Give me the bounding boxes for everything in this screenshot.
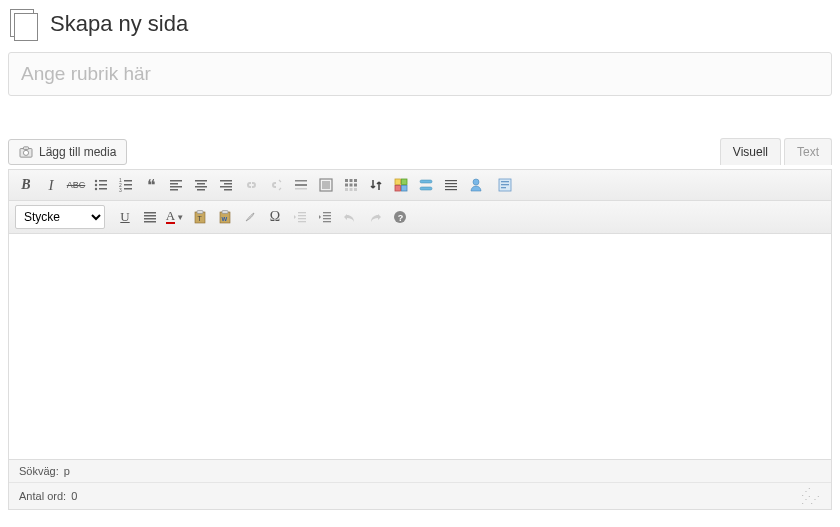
svg-point-3: [95, 180, 97, 182]
svg-point-1: [23, 150, 28, 155]
svg-text:?: ?: [398, 213, 404, 223]
svg-rect-47: [445, 180, 457, 181]
add-media-button[interactable]: Lägg till media: [8, 139, 127, 165]
align-left-button[interactable]: [165, 174, 187, 196]
svg-rect-17: [170, 186, 182, 188]
sort-button[interactable]: [365, 174, 387, 196]
svg-point-4: [95, 184, 97, 186]
paste-text-button[interactable]: T: [189, 206, 211, 228]
paste-word-button[interactable]: W: [214, 206, 236, 228]
ordered-list-button[interactable]: 123: [115, 174, 137, 196]
resize-grip[interactable]: ⋰⋰⋰: [801, 488, 821, 504]
svg-rect-43: [395, 186, 401, 192]
svg-rect-21: [195, 186, 207, 188]
svg-rect-18: [170, 189, 178, 191]
align-right-button[interactable]: [215, 174, 237, 196]
underline-button[interactable]: U: [114, 206, 136, 228]
align-center-button[interactable]: [190, 174, 212, 196]
redo-button[interactable]: [364, 206, 386, 228]
svg-rect-40: [354, 188, 357, 191]
bold-button[interactable]: B: [15, 174, 37, 196]
tab-visual[interactable]: Visuell: [720, 138, 781, 165]
svg-rect-73: [323, 221, 331, 222]
svg-rect-64: [222, 211, 228, 214]
svg-rect-32: [345, 179, 348, 182]
toolbar-row-2: Stycke U A▼ T W Ω ?: [9, 201, 831, 234]
form-button[interactable]: [494, 174, 516, 196]
distraction-free-button[interactable]: [315, 174, 337, 196]
svg-rect-35: [345, 184, 348, 187]
svg-rect-29: [295, 188, 307, 190]
svg-rect-20: [197, 183, 205, 185]
svg-rect-66: [298, 212, 306, 213]
svg-rect-67: [298, 215, 306, 216]
svg-rect-12: [124, 180, 132, 182]
svg-text:3: 3: [119, 187, 122, 193]
svg-rect-50: [445, 189, 457, 190]
colored-grid-button[interactable]: [390, 174, 412, 196]
blue-bars-button[interactable]: [415, 174, 437, 196]
svg-rect-24: [224, 183, 232, 185]
svg-rect-36: [350, 184, 353, 187]
italic-button[interactable]: I: [40, 174, 62, 196]
svg-rect-45: [420, 180, 432, 183]
svg-rect-38: [345, 188, 348, 191]
svg-rect-44: [402, 186, 408, 192]
remove-format-button[interactable]: [239, 206, 261, 228]
help-button[interactable]: ?: [389, 206, 411, 228]
text-color-button[interactable]: A▼: [164, 206, 186, 228]
link-button[interactable]: [240, 174, 262, 196]
svg-rect-49: [445, 186, 457, 187]
svg-point-51: [473, 179, 479, 185]
svg-rect-59: [144, 221, 156, 223]
title-input[interactable]: [8, 52, 832, 96]
insert-more-button[interactable]: [290, 174, 312, 196]
svg-rect-56: [144, 212, 156, 214]
svg-rect-57: [144, 215, 156, 217]
svg-rect-2: [23, 147, 28, 150]
svg-text:W: W: [222, 216, 228, 222]
svg-rect-8: [99, 188, 107, 190]
editor-content[interactable]: [9, 234, 831, 459]
svg-rect-22: [197, 189, 205, 191]
svg-rect-28: [295, 184, 307, 186]
format-select[interactable]: Stycke: [15, 205, 105, 229]
add-media-label: Lägg till media: [39, 145, 116, 159]
outdent-button[interactable]: [289, 206, 311, 228]
svg-rect-7: [99, 184, 107, 186]
special-char-button[interactable]: Ω: [264, 206, 286, 228]
svg-rect-61: [197, 211, 203, 214]
editor: B I ABC 123 ❝ Stycke U A▼ T W Ω: [8, 169, 832, 510]
unlink-button[interactable]: [265, 174, 287, 196]
camera-icon: [19, 146, 33, 158]
svg-rect-26: [224, 189, 232, 191]
svg-rect-37: [354, 184, 357, 187]
svg-rect-71: [323, 215, 331, 216]
justify-button[interactable]: [139, 206, 161, 228]
svg-rect-23: [220, 180, 232, 182]
svg-rect-54: [501, 184, 509, 185]
kitchen-sink-button[interactable]: [340, 174, 362, 196]
undo-button[interactable]: [339, 206, 361, 228]
tab-text[interactable]: Text: [784, 138, 832, 165]
strikethrough-button[interactable]: ABC: [65, 174, 87, 196]
svg-rect-70: [323, 212, 331, 213]
editor-tabs: Visuell Text: [720, 138, 832, 165]
path-row: Sökväg: p: [9, 460, 831, 482]
svg-rect-68: [298, 218, 306, 219]
user-button[interactable]: [465, 174, 487, 196]
blockquote-button[interactable]: ❝: [140, 174, 162, 196]
pages-icon: [8, 8, 40, 40]
svg-rect-19: [195, 180, 207, 182]
svg-rect-15: [170, 180, 182, 182]
path-value[interactable]: p: [64, 465, 70, 477]
svg-rect-33: [350, 179, 353, 182]
indent-button[interactable]: [314, 206, 336, 228]
svg-rect-31: [322, 181, 330, 189]
svg-rect-55: [501, 187, 506, 188]
svg-rect-42: [402, 179, 408, 185]
svg-rect-46: [420, 187, 432, 190]
unordered-list-button[interactable]: [90, 174, 112, 196]
svg-rect-39: [350, 188, 353, 191]
lines-button[interactable]: [440, 174, 462, 196]
